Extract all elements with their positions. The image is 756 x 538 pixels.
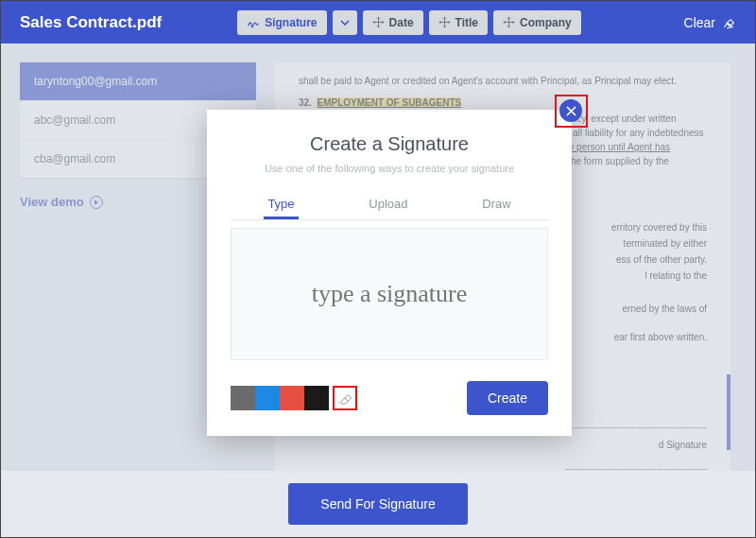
signature-input[interactable] <box>232 280 547 308</box>
tab-upload[interactable]: Upload <box>365 191 411 219</box>
close-icon <box>566 106 576 116</box>
signature-button[interactable]: Signature <box>237 10 326 35</box>
eraser-icon <box>337 390 352 406</box>
document-title: Sales Contract.pdf <box>20 13 162 32</box>
clear-button-label: Clear <box>684 15 715 30</box>
top-bar: Sales Contract.pdf Signature Date Title <box>1 1 755 43</box>
modal-title: Create a Signature <box>231 133 548 155</box>
eraser-button[interactable] <box>333 386 357 410</box>
signature-button-label: Signature <box>265 16 317 29</box>
date-button[interactable]: Date <box>363 10 423 35</box>
move-icon <box>438 16 451 28</box>
signature-dropdown[interactable] <box>333 10 357 35</box>
color-swatch-blue[interactable] <box>255 386 280 410</box>
chevron-down-icon <box>340 18 350 27</box>
tab-draw[interactable]: Draw <box>478 191 514 219</box>
eraser-icon <box>721 15 736 30</box>
date-button-label: Date <box>389 16 414 29</box>
move-icon <box>503 16 515 28</box>
company-button-label: Company <box>520 16 572 29</box>
modal-footer: Create <box>231 381 548 415</box>
title-button[interactable]: Title <box>429 10 488 35</box>
toolbar: Signature Date Title Company <box>237 10 581 35</box>
create-signature-modal: Create a Signature Use one of the follow… <box>207 110 572 436</box>
clear-button[interactable]: Clear <box>684 15 736 30</box>
title-button-label: Title <box>455 16 478 29</box>
tab-type[interactable]: Type <box>264 191 298 219</box>
move-icon <box>372 16 385 28</box>
color-swatch-red[interactable] <box>280 386 304 410</box>
send-for-signature-button[interactable]: Send For Signature <box>288 483 467 525</box>
color-swatch-black[interactable] <box>304 386 329 410</box>
company-button[interactable]: Company <box>493 10 581 35</box>
modal-subtitle: Use one of the following ways to create … <box>231 163 548 174</box>
close-modal-button[interactable] <box>559 99 582 122</box>
bottom-bar: Send For Signature <box>1 471 755 537</box>
create-button[interactable]: Create <box>467 381 548 415</box>
signature-icon <box>247 16 260 29</box>
color-swatch-gray[interactable] <box>231 386 255 410</box>
color-swatches <box>231 386 329 410</box>
signature-area <box>231 228 548 360</box>
modal-tabs: Type Upload Draw <box>231 191 548 220</box>
